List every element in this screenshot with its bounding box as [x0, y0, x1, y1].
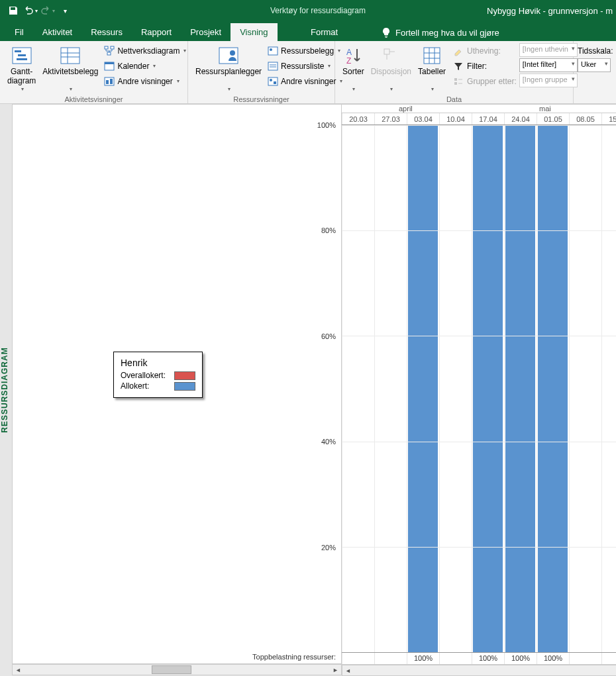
grupper-select[interactable]: [Ingen gruppe — [519, 73, 578, 87]
gridline — [342, 125, 616, 126]
chart-column — [601, 125, 616, 652]
legend-box: Henrik Overallokert: Allokert: — [113, 352, 203, 398]
tab-visning[interactable]: Visning — [231, 23, 277, 41]
left-scrollbar[interactable]: ◄ ► — [12, 664, 342, 675]
svg-rect-4 — [61, 48, 79, 64]
y-axis-tick: 80% — [321, 226, 336, 234]
utheving-row: Utheving: — [453, 43, 517, 58]
tab-aktivitet[interactable]: Aktivitet — [33, 23, 82, 41]
ressursbelegg-button[interactable]: Ressursbelegg▾ — [265, 43, 345, 58]
scroll-right-button[interactable]: ► — [330, 665, 341, 675]
tab-ressurs[interactable]: Ressurs — [81, 23, 132, 41]
svg-rect-36 — [454, 78, 457, 81]
chart-column — [569, 125, 601, 652]
date-header-cell: 03.04 — [407, 113, 439, 124]
scroll-left-button[interactable]: ◄ — [13, 665, 24, 675]
value-cell — [439, 653, 472, 664]
undo-button[interactable]: ▾ — [23, 3, 38, 19]
ressursliste-button[interactable]: Ressursliste▾ — [265, 58, 345, 73]
chart-column — [374, 125, 407, 652]
redo-button[interactable]: ▾ — [40, 3, 56, 19]
tab-prosjekt[interactable]: Prosjekt — [181, 23, 231, 41]
gridline — [342, 230, 616, 231]
value-cell: 100% — [504, 653, 537, 664]
group-data: Data — [339, 94, 569, 105]
kalender-button[interactable]: Kalender▾ — [101, 58, 189, 73]
svg-rect-10 — [107, 52, 111, 55]
svg-rect-9 — [111, 46, 114, 49]
svg-rect-28 — [384, 49, 389, 54]
value-cell: 100% — [407, 653, 439, 664]
svg-rect-2 — [18, 54, 26, 56]
disposisjon-button[interactable]: Disposisjon▾ — [368, 43, 415, 94]
tab-fil[interactable]: Fil — [5, 23, 33, 41]
group-aktivitetsvisninger: Aktivitetsvisninger — [4, 94, 183, 105]
svg-point-19 — [270, 48, 272, 51]
highlight-icon — [453, 46, 464, 56]
filter-select[interactable]: [Intet filter] — [519, 58, 578, 72]
svg-rect-12 — [105, 62, 114, 64]
side-view-label: RESSURSDIAGRAM — [0, 347, 9, 432]
value-cell — [374, 653, 407, 664]
month-label: mai — [539, 105, 551, 113]
date-header-cell: 17.04 — [472, 113, 504, 124]
value-cell — [601, 653, 616, 664]
tab-format[interactable]: Format — [301, 23, 347, 41]
qat-customize-button[interactable]: ▾ — [57, 3, 73, 19]
andre-visninger-2-button[interactable]: Andre visninger▾ — [265, 73, 345, 89]
filter-icon — [453, 61, 464, 72]
utheving-select[interactable]: [Ingen uthevin — [519, 43, 578, 57]
date-header-cell: 01.05 — [537, 113, 569, 124]
andre-visninger-1-button[interactable]: Andre visninger▾ — [101, 73, 189, 89]
svg-rect-3 — [17, 58, 27, 60]
chart-column — [439, 125, 472, 652]
tabeller-button[interactable]: Tabeller▾ — [415, 43, 449, 94]
svg-rect-16 — [219, 48, 238, 64]
svg-rect-8 — [105, 46, 108, 49]
tidsskala-select[interactable]: Uker — [578, 58, 611, 72]
footer-label: Toppbelastning ressurser: — [252, 653, 336, 661]
left-pane: 100%80%60%40%20% Henrik Overallokert: Al… — [12, 104, 342, 664]
filter-row: Filter: — [453, 58, 517, 73]
scroll-thumb[interactable] — [152, 665, 191, 674]
value-cell — [342, 653, 374, 664]
right-scrollbar[interactable]: ◄ — [342, 665, 616, 676]
tell-me-search[interactable]: Fortell meg hva du vil gjøre — [378, 24, 503, 41]
svg-rect-37 — [454, 82, 457, 85]
value-cell — [569, 653, 601, 664]
gridline — [342, 336, 616, 336]
svg-rect-20 — [268, 62, 278, 70]
date-header-cell: 15.05 — [601, 113, 616, 124]
chart-column — [342, 125, 374, 652]
svg-rect-25 — [274, 81, 276, 84]
ressursplanlegger-button[interactable]: Ressursplanlegger▾ — [192, 43, 265, 94]
legend-allok-swatch — [174, 382, 195, 391]
gridline — [342, 442, 616, 442]
grupper-row: Grupper etter: — [453, 73, 517, 89]
svg-rect-14 — [106, 80, 109, 84]
date-header-cell: 27.03 — [374, 113, 407, 124]
save-icon[interactable] — [5, 3, 21, 19]
tab-rapport[interactable]: Rapport — [132, 23, 181, 41]
scroll-left-button-2[interactable]: ◄ — [342, 665, 354, 675]
context-tool-label: Verktøy for ressursdiagram — [268, 6, 368, 15]
document-title: Nybygg Høvik - grunnversjon - m — [487, 6, 613, 16]
svg-rect-15 — [110, 79, 113, 84]
sorter-button[interactable]: AZ Sorter▾ — [339, 43, 368, 94]
date-header-cell: 24.04 — [504, 113, 537, 124]
svg-text:A: A — [346, 48, 352, 57]
date-header-cell: 20.03 — [342, 113, 374, 124]
svg-point-24 — [270, 79, 272, 81]
y-axis-tick: 40% — [321, 438, 336, 446]
gridline — [342, 547, 616, 548]
gantt-diagram-button[interactable]: Gantt- diagram▾ — [4, 43, 39, 94]
group-icon — [453, 76, 464, 87]
value-cell: 100% — [537, 653, 569, 664]
legend-over-label: Overallokert: — [121, 371, 166, 380]
y-axis-tick: 20% — [321, 544, 336, 552]
svg-rect-18 — [268, 47, 278, 55]
aktivitetsbelegg-button[interactable]: Aktivitetsbelegg▾ — [39, 43, 101, 94]
tidsskala-label: Tidsskala: — [578, 43, 613, 58]
y-axis-tick: 100% — [317, 121, 336, 129]
nettverksdiagram-button[interactable]: Nettverksdiagram▾ — [101, 43, 189, 58]
